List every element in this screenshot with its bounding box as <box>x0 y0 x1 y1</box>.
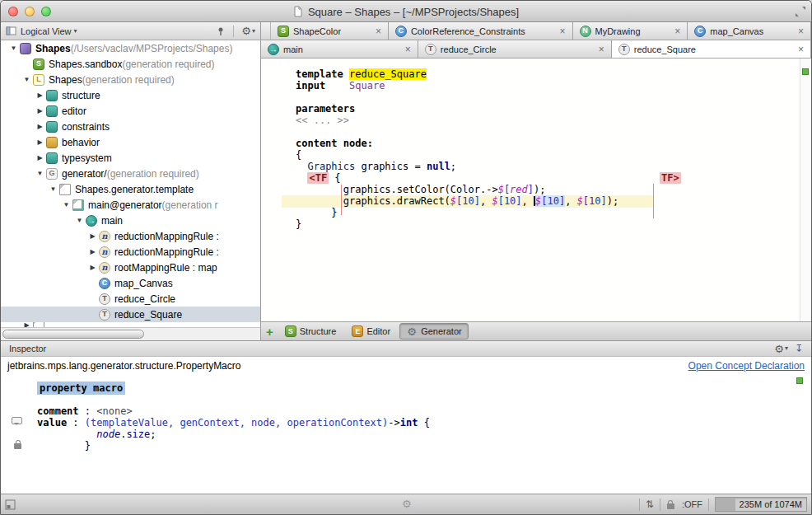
close-window-button[interactable] <box>8 7 18 16</box>
lock-icon[interactable] <box>666 499 676 510</box>
code-line[interactable]: input Square <box>296 80 618 91</box>
code-line[interactable]: parameters <box>296 103 618 115</box>
code-line[interactable]: } <box>296 218 618 230</box>
code-line[interactable]: Graphics graphics = null; <box>296 161 618 172</box>
template-editor[interactable]: TF> template reduce_Squareinput Square p… <box>261 59 811 321</box>
expand-arrow-icon[interactable]: ▶ <box>34 123 46 130</box>
template-icon: T <box>99 309 110 321</box>
code-line[interactable]: node.size; <box>37 428 430 440</box>
aspect-tab-structure[interactable]: SStructure <box>278 323 343 339</box>
code-line[interactable]: <TF { <box>296 172 618 184</box>
fullscreen-icon[interactable] <box>795 6 806 17</box>
code-line[interactable]: comment : <none> <box>37 405 430 417</box>
background-tasks-gear-icon[interactable]: ⚙ <box>402 498 412 510</box>
code-line[interactable]: property macro <box>37 382 430 394</box>
expand-arrow-icon[interactable]: ▶ <box>86 232 99 240</box>
inspector-gear-icon[interactable]: ⚙▾ <box>774 344 788 354</box>
code-line[interactable] <box>296 91 618 103</box>
inspector-header[interactable]: Inspector ⚙▾ ↧ <box>1 340 811 357</box>
code-line[interactable]: content node: <box>296 138 618 149</box>
scroll-arrows-icon[interactable]: ⇅ <box>646 499 654 510</box>
toggle-status-label[interactable]: :OFF <box>682 499 702 509</box>
expand-arrow-icon[interactable]: ▶ <box>34 154 46 162</box>
collapse-arrow-icon[interactable]: ▼ <box>73 217 86 224</box>
tree-item-behavior[interactable]: ▶behavior <box>1 134 260 150</box>
aspect-tab-generator[interactable]: ⚙Generator <box>399 323 469 339</box>
editor-scrollbar[interactable] <box>800 59 811 321</box>
collapse-arrow-icon[interactable]: ▼ <box>60 201 72 208</box>
collapse-arrow-icon[interactable]: ▼ <box>47 185 59 193</box>
code-token: reduce_Square <box>349 68 427 80</box>
expand-arrow-icon[interactable]: ▶ <box>34 91 46 99</box>
minimize-window-button[interactable] <box>25 7 35 16</box>
tree-item-shapes[interactable]: ▼LShapes (generation required) <box>1 72 260 87</box>
aspect-tab-editor[interactable]: EEditor <box>345 323 397 339</box>
editor-tab-reduce-circle[interactable]: Treduce_Circle× <box>418 40 612 58</box>
editor-tab-shapecolor[interactable]: SShapeColor× <box>271 22 389 40</box>
editor-tab-reduce-square[interactable]: Treduce_Square× <box>612 40 811 58</box>
tree-item-structure[interactable]: ▶structure <box>1 87 260 103</box>
code-line[interactable]: graphics.setColor(Color.->$[red]); <box>296 184 618 195</box>
panel-settings-gear-icon[interactable]: ⚙▾ <box>241 26 255 36</box>
zoom-window-button[interactable] <box>41 7 51 16</box>
tree-item-shapes[interactable]: ▼Shapes (/Users/vaclav/MPSProjects/Shape… <box>1 40 260 56</box>
editor-tab-main[interactable]: →main× <box>261 40 418 58</box>
tree-item-typesystem[interactable]: ▶typesystem <box>1 150 260 166</box>
tree-item-reductionmappingrule[interactable]: ▶nreductionMappingRule : <box>1 228 260 244</box>
editor-tab-colorreference-constraints[interactable]: CColorReference_Constraints× <box>389 22 573 40</box>
tab-close-icon[interactable]: × <box>405 44 411 55</box>
open-concept-declaration-link[interactable]: Open Concept Declaration <box>688 360 805 372</box>
tree-item-shapes-sandbox[interactable]: SShapes.sandbox (generation required) <box>1 56 260 72</box>
tree-item-reduce-square[interactable]: Treduce_Square <box>1 307 260 322</box>
editor-tab-mydrawing[interactable]: NMyDrawing× <box>573 22 688 40</box>
collapse-arrow-icon[interactable]: ▼ <box>7 44 20 52</box>
code-line[interactable]: value : (templateValue, genContext, node… <box>37 417 430 428</box>
hide-panel-icon[interactable]: ↧ <box>795 343 803 354</box>
tree-item-shapes-generator-template[interactable]: ▼Shapes.generator.template <box>1 181 260 197</box>
titlebar[interactable]: Square – Shapes – [~/MPSProjects/Shapes] <box>1 1 811 22</box>
code-line[interactable]: { <box>296 149 618 161</box>
tree-item-map-canvas[interactable]: Cmap_Canvas <box>1 275 260 291</box>
code-line[interactable]: template reduce_Square <box>296 68 618 80</box>
tree-item-editor[interactable]: ▶editor <box>1 103 260 119</box>
expand-arrow-icon[interactable]: ▶ <box>34 107 46 115</box>
tree-item-constraints[interactable]: ▶constraints <box>1 119 260 134</box>
code-line[interactable]: } <box>296 207 618 218</box>
chevron-down-icon: ▾ <box>74 27 77 35</box>
tree-item-reductionmappingrule[interactable]: ▶nreductionMappingRule : <box>1 244 260 260</box>
code-token: property macro <box>37 382 125 395</box>
collapse-arrow-icon[interactable]: ▼ <box>21 76 33 83</box>
tree-item-main[interactable]: ▼→main <box>1 213 260 228</box>
collapse-arrow-icon[interactable]: ▼ <box>34 170 46 177</box>
code-line[interactable] <box>296 126 618 138</box>
code-line[interactable] <box>37 394 430 405</box>
tab-close-icon[interactable]: × <box>560 26 566 37</box>
tree-item-reduce-circle[interactable]: Treduce_Circle <box>1 291 260 307</box>
view-selector-dropdown[interactable]: Logical View ▾ <box>21 26 77 36</box>
project-toolwindow-header: Logical View ▾ ⚙▾ <box>1 22 261 40</box>
editor-tab-map-canvas[interactable]: Cmap_Canvas× <box>688 22 811 40</box>
expand-arrow-icon[interactable]: ▶ <box>86 264 99 271</box>
tab-close-icon[interactable]: × <box>599 44 604 55</box>
tab-close-icon[interactable]: × <box>798 44 804 55</box>
pin-icon[interactable] <box>216 26 226 36</box>
tree-item-main-generator[interactable]: ▼main@generator (generation r <box>1 197 260 213</box>
add-aspect-button[interactable]: + <box>266 325 273 338</box>
code-line[interactable]: graphics.drawRect($[10], $[10], $[10], $… <box>296 195 618 207</box>
toolwindow-toggle-icon[interactable] <box>5 499 16 510</box>
memory-indicator[interactable]: 235M of 1074M <box>715 497 807 512</box>
tab-close-icon[interactable]: × <box>674 26 680 37</box>
code-line[interactable]: << ... >> <box>296 115 618 126</box>
scrollbar-thumb[interactable] <box>2 330 144 339</box>
tree-item-rootmappingrule-map[interactable]: ▶nrootMappingRule : map <box>1 260 260 275</box>
tab-close-icon[interactable]: × <box>376 26 381 37</box>
expand-arrow-icon[interactable]: ▶ <box>34 138 46 146</box>
tree-item-generator[interactable]: ▼Ggenerator/ (generation required) <box>1 166 260 181</box>
tab-close-icon[interactable]: × <box>798 26 804 37</box>
comment-bubble-icon[interactable] <box>12 417 22 424</box>
tree-horizontal-scrollbar[interactable] <box>1 327 261 340</box>
inspector-body[interactable]: property macro comment : <none>value : (… <box>1 374 811 495</box>
code-line[interactable]: } <box>37 440 430 452</box>
expand-arrow-icon[interactable]: ▶ <box>86 248 99 255</box>
code-token: -> <box>388 417 399 428</box>
